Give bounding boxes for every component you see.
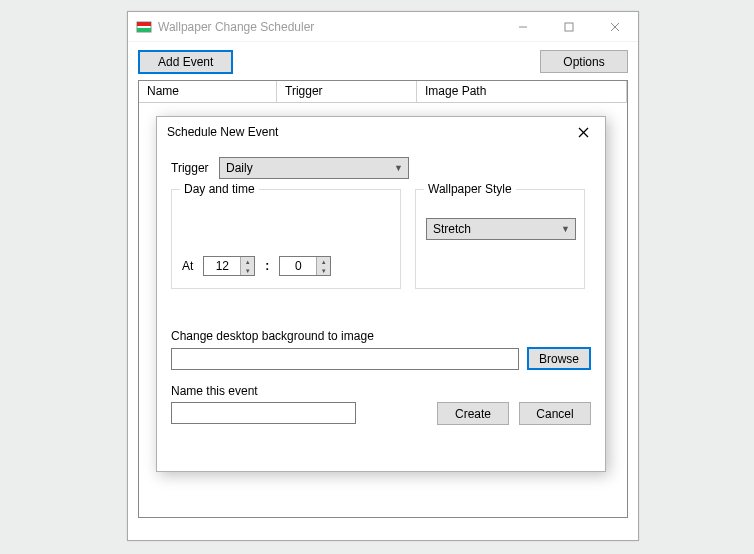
add-event-button[interactable]: Add Event bbox=[138, 50, 233, 74]
hour-value: 12 bbox=[204, 257, 240, 275]
maximize-button[interactable] bbox=[546, 12, 592, 42]
svg-rect-2 bbox=[137, 28, 151, 32]
spinner-up-icon[interactable]: ▲ bbox=[241, 257, 254, 266]
minimize-button[interactable] bbox=[500, 12, 546, 42]
minute-spinner[interactable]: 0 ▲▼ bbox=[279, 256, 331, 276]
cancel-button[interactable]: Cancel bbox=[519, 402, 591, 425]
svg-rect-1 bbox=[137, 22, 151, 26]
wallpaper-style-group: Wallpaper Style Stretch ▼ bbox=[415, 189, 585, 289]
name-event-label: Name this event bbox=[171, 384, 591, 398]
chevron-down-icon: ▼ bbox=[561, 224, 570, 234]
column-header-name[interactable]: Name bbox=[139, 81, 277, 102]
chevron-down-icon: ▼ bbox=[394, 163, 403, 173]
day-time-group: Day and time At 12 ▲▼ : 0 ▲▼ bbox=[171, 189, 401, 289]
create-button[interactable]: Create bbox=[437, 402, 509, 425]
close-button[interactable] bbox=[592, 12, 638, 42]
style-combo-value: Stretch bbox=[433, 222, 471, 236]
titlebar: Wallpaper Change Scheduler bbox=[128, 12, 638, 42]
time-colon: : bbox=[265, 259, 269, 273]
browse-button[interactable]: Browse bbox=[527, 347, 591, 370]
trigger-label: Trigger bbox=[171, 161, 209, 175]
schedule-dialog: Schedule New Event Trigger Daily ▼ Day a… bbox=[156, 116, 606, 472]
spinner-down-icon[interactable]: ▼ bbox=[317, 266, 330, 275]
grid-header: Name Trigger Image Path bbox=[139, 81, 627, 103]
options-button[interactable]: Options bbox=[540, 50, 628, 73]
at-label: At bbox=[182, 259, 193, 273]
spinner-up-icon[interactable]: ▲ bbox=[317, 257, 330, 266]
dialog-title: Schedule New Event bbox=[167, 125, 278, 139]
app-icon bbox=[136, 19, 152, 35]
dialog-close-button[interactable] bbox=[561, 117, 605, 147]
day-time-legend: Day and time bbox=[180, 182, 259, 196]
image-path-input[interactable] bbox=[171, 348, 519, 370]
trigger-combo[interactable]: Daily ▼ bbox=[219, 157, 409, 179]
svg-rect-4 bbox=[565, 23, 573, 31]
change-image-label: Change desktop background to image bbox=[171, 329, 591, 343]
dialog-titlebar: Schedule New Event bbox=[157, 117, 605, 147]
trigger-combo-value: Daily bbox=[226, 161, 253, 175]
window-title: Wallpaper Change Scheduler bbox=[158, 20, 314, 34]
hour-spinner[interactable]: 12 ▲▼ bbox=[203, 256, 255, 276]
column-header-trigger[interactable]: Trigger bbox=[277, 81, 417, 102]
column-header-path[interactable]: Image Path bbox=[417, 81, 627, 102]
spinner-down-icon[interactable]: ▼ bbox=[241, 266, 254, 275]
style-combo[interactable]: Stretch ▼ bbox=[426, 218, 576, 240]
wallpaper-style-legend: Wallpaper Style bbox=[424, 182, 516, 196]
minute-value: 0 bbox=[280, 257, 316, 275]
toolbar: Add Event Options bbox=[128, 42, 638, 80]
